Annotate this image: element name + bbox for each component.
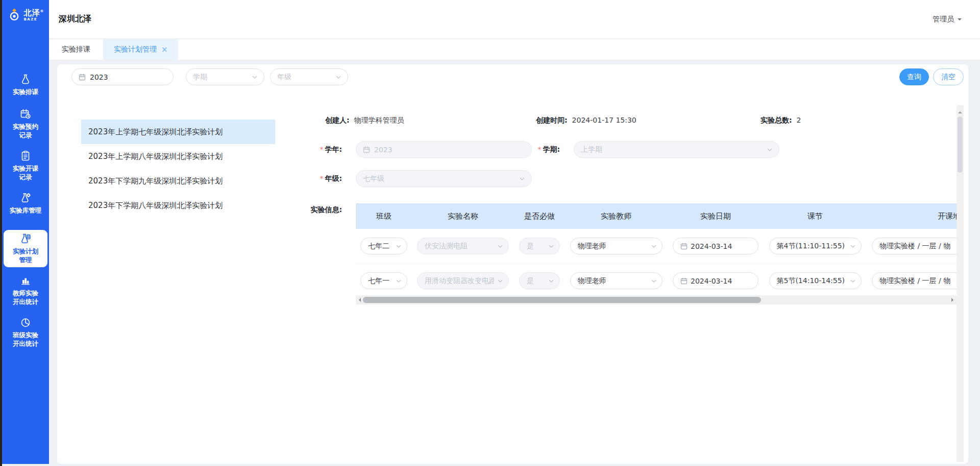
required-select: 是 xyxy=(519,272,560,289)
scroll-up-arrow-icon[interactable] xyxy=(958,109,962,113)
required-mark: * xyxy=(537,145,541,153)
vertical-scrollbar[interactable] xyxy=(957,105,964,462)
col-header-location: 开课地点 xyxy=(866,203,957,229)
experiment-table-header: 班级 实验名称 是否必做 实验教师 实验日期 课节 开课地点 xyxy=(356,203,957,229)
created-time-label: 创建时间: xyxy=(536,116,568,125)
class-select[interactable]: 七年一 xyxy=(360,272,407,289)
clear-button[interactable]: 清空 xyxy=(933,68,964,85)
table-row: 七年二 伏安法测电阻 是 物理老师 2024-03-14 第4节(11:10-1… xyxy=(356,229,957,264)
experiment-total-info: 实验总数: 2 xyxy=(761,116,801,125)
chevron-down-icon xyxy=(497,243,503,249)
semester-field-label: *学期: xyxy=(498,141,560,158)
date-input[interactable]: 2024-03-14 xyxy=(673,272,758,289)
top-header: 深圳北泽 管理员 xyxy=(49,0,980,39)
close-icon[interactable]: × xyxy=(161,46,168,54)
plan-list-item[interactable]: 2023年上学期八年级深圳北泽实验计划 xyxy=(81,144,275,169)
scroll-right-arrow-icon[interactable] xyxy=(951,298,955,302)
created-time-info: 创建时间: 2024-01-17 15:30 xyxy=(536,116,636,125)
sidebar-item-class-statistics[interactable]: 班级实验 开出统计 xyxy=(4,314,47,351)
sidebar-item-teacher-statistics[interactable]: 教师实验 开出统计 xyxy=(4,272,47,309)
creator-value: 物理学科管理员 xyxy=(354,116,404,125)
brand-logo: 北泽® BAZE xyxy=(2,8,49,22)
flask-doc-icon xyxy=(20,233,31,244)
horizontal-scrollbar-thumb[interactable] xyxy=(363,297,761,303)
experiment-table: 班级 实验名称 是否必做 实验教师 实验日期 课节 开课地点 七年二 伏安法测电… xyxy=(356,203,957,298)
chevron-down-icon xyxy=(519,176,525,182)
filter-semester-placeholder: 学期 xyxy=(193,73,248,82)
plan-list-item[interactable]: 2023年上学期七年级深圳北泽实验计划 xyxy=(81,120,275,144)
chevron-down-icon xyxy=(252,74,258,80)
calendar-icon xyxy=(680,277,688,285)
brand-name-en: BAZE xyxy=(24,18,44,21)
chevron-down-icon xyxy=(767,147,773,153)
semester-field: 上学期 xyxy=(574,141,779,158)
class-select[interactable]: 七年二 xyxy=(360,238,407,254)
period-select[interactable]: 第4节(11:10-11:55) xyxy=(769,238,862,254)
grade-field-label: *年级: xyxy=(280,170,342,187)
grade-field-value: 七年级 xyxy=(363,174,515,183)
location-select[interactable]: 物理实验楼 / 一层 / 物 xyxy=(872,238,957,254)
year-field-label: *学年: xyxy=(280,141,342,158)
date-input[interactable]: 2024-03-14 xyxy=(673,238,758,254)
baze-logo-icon xyxy=(7,8,21,22)
period-select[interactable]: 第5节(14:10-14:55) xyxy=(769,272,862,289)
brand-name-zh: 北泽® xyxy=(24,9,44,17)
experiment-info-label: 实验信息: xyxy=(280,205,342,215)
grade-field: 七年级 xyxy=(356,170,532,187)
col-header-experiment: 实验名称 xyxy=(412,203,514,229)
sidebar-item-experiment-scheduling[interactable]: 实验排课 xyxy=(4,71,47,99)
vertical-scrollbar-thumb[interactable] xyxy=(958,116,963,173)
experiment-total-label: 实验总数: xyxy=(761,116,792,125)
col-header-teacher: 实验教师 xyxy=(565,203,667,229)
horizontal-scrollbar[interactable] xyxy=(356,295,957,305)
teacher-select[interactable]: 物理老师 xyxy=(570,238,663,254)
tab-experiment-plan[interactable]: 实验计划管理 × xyxy=(104,39,178,60)
col-header-class: 班级 xyxy=(356,203,412,229)
flask-gear-icon xyxy=(20,192,31,203)
chevron-down-icon xyxy=(396,243,402,249)
experiment-select: 用滑动变阻器改变电路 xyxy=(417,272,509,289)
chevron-down-icon xyxy=(396,278,402,284)
required-mark: * xyxy=(320,145,323,153)
calendar-clock-icon xyxy=(20,108,31,120)
filter-grade-placeholder: 年级 xyxy=(277,73,331,82)
main-content-card: 2023 学期 年级 查询 清空 2023年上学期七年级深圳北泽实验计划 202… xyxy=(57,64,968,464)
sidebar-item-reservation-records[interactable]: 实验预约 记录 xyxy=(4,105,47,143)
plan-list-item[interactable]: 2023年下学期九年级深圳北泽实验计划 xyxy=(81,169,275,193)
location-select[interactable]: 物理实验楼 / 一层 / 物 xyxy=(872,272,957,289)
query-button[interactable]: 查询 xyxy=(899,68,929,85)
sidebar-item-experiment-library[interactable]: 实验库管理 xyxy=(4,189,47,218)
chevron-down-icon xyxy=(548,278,554,284)
tab-bar: 实验排课 实验计划管理 × xyxy=(49,39,980,60)
creator-label: 创建人: xyxy=(325,116,350,125)
col-header-required: 是否必做 xyxy=(514,203,565,229)
caret-down-icon xyxy=(958,18,962,22)
user-menu-label: 管理员 xyxy=(933,15,954,24)
teacher-select[interactable]: 物理老师 xyxy=(570,272,663,289)
semester-field-value: 上学期 xyxy=(581,145,763,154)
col-header-period: 课节 xyxy=(764,203,866,229)
filter-semester-select[interactable]: 学期 xyxy=(186,68,264,85)
experiment-select: 伏安法测电阻 xyxy=(417,238,509,254)
chevron-down-icon xyxy=(497,278,503,284)
chevron-down-icon xyxy=(651,278,657,284)
table-row: 七年一 用滑动变阻器改变电路 是 物理老师 2024-03-14 第5节(14:… xyxy=(356,264,957,298)
filter-grade-select[interactable]: 年级 xyxy=(270,68,348,85)
filter-year-input[interactable]: 2023 xyxy=(71,68,174,85)
user-menu[interactable]: 管理员 xyxy=(933,0,962,39)
scroll-left-arrow-icon[interactable] xyxy=(357,298,361,302)
flask-icon xyxy=(20,74,31,85)
sidebar-item-class-open-records[interactable]: 实验开课 记录 xyxy=(4,147,47,184)
chevron-down-icon xyxy=(548,243,554,249)
creator-info: 创建人: 物理学科管理员 xyxy=(325,116,404,125)
sidebar-item-experiment-plan[interactable]: 实验计划 管理 xyxy=(4,230,47,267)
calendar-icon xyxy=(363,146,370,153)
required-select: 是 xyxy=(519,238,560,254)
experiment-total-value: 2 xyxy=(797,116,801,125)
chevron-down-icon xyxy=(850,278,856,284)
chevron-down-icon xyxy=(850,243,856,249)
chevron-down-icon xyxy=(335,74,341,80)
plan-list-item[interactable]: 2023年下学期八年级深圳北泽实验计划 xyxy=(81,193,275,218)
required-mark: * xyxy=(320,174,323,182)
tab-experiment-scheduling[interactable]: 实验排课 xyxy=(49,39,104,60)
